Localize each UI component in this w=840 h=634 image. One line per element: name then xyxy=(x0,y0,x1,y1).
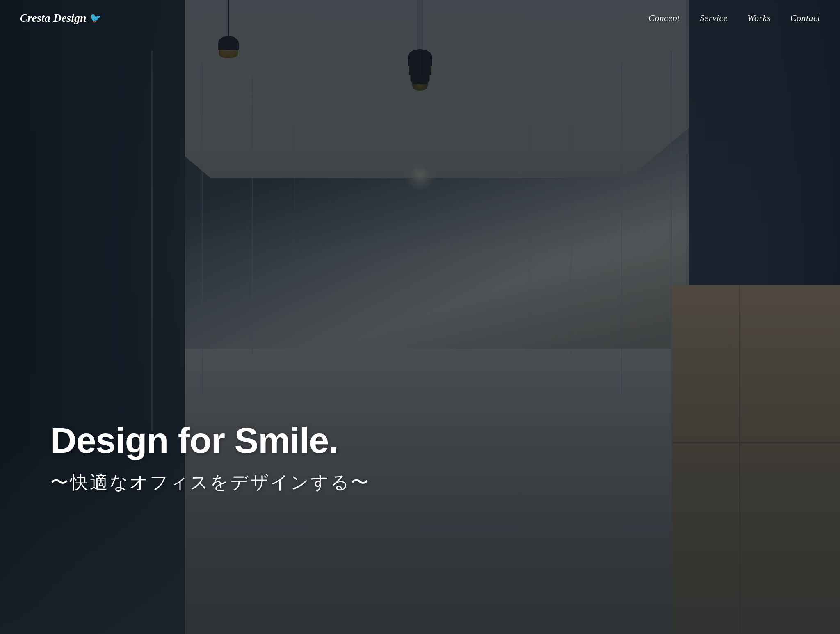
hero-headline: Design for Smile. xyxy=(50,421,370,461)
logo-text: Cresta Design xyxy=(20,11,87,25)
nav-contact[interactable]: Contact xyxy=(790,13,820,23)
dark-overlay xyxy=(0,0,840,634)
nav-works[interactable]: Works xyxy=(747,13,771,23)
nav-service[interactable]: Service xyxy=(700,13,728,23)
hero-section: Cresta Design 🐦 Concept Service Works Co… xyxy=(0,0,840,634)
hero-content: Design for Smile. 〜快適なオフィスをデザインする〜 xyxy=(50,421,370,495)
site-header: Cresta Design 🐦 Concept Service Works Co… xyxy=(0,0,840,36)
site-logo[interactable]: Cresta Design 🐦 xyxy=(20,11,101,25)
hero-subheadline: 〜快適なオフィスをデザインする〜 xyxy=(50,470,370,495)
main-nav: Concept Service Works Contact xyxy=(648,13,820,23)
logo-icon: 🐦 xyxy=(90,13,101,23)
nav-concept[interactable]: Concept xyxy=(648,13,680,23)
